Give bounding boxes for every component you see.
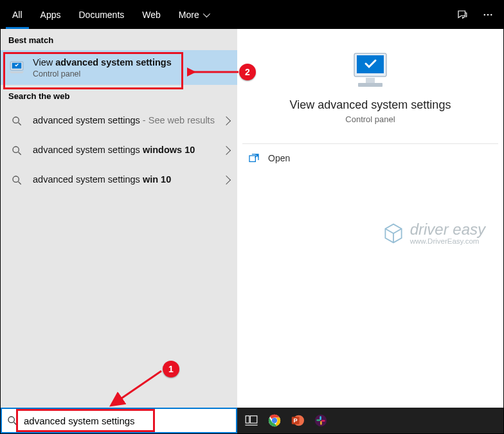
more-options-icon[interactable]	[475, 2, 501, 28]
svg-rect-13	[366, 78, 375, 83]
svg-line-10	[19, 181, 21, 184]
section-search-web: Search the web	[1, 85, 237, 106]
web-text-bold: win 10	[143, 174, 171, 185]
web-text-pre: advanced system settings	[33, 174, 143, 185]
preview-title: View advanced system settings	[242, 98, 498, 112]
web-text-pre: advanced system settings	[33, 145, 143, 155]
tab-label: All	[12, 10, 22, 20]
watermark-title: driver easy	[410, 222, 485, 237]
web-text-pre: advanced system settings	[33, 115, 140, 125]
svg-rect-30	[320, 416, 321, 420]
svg-rect-32	[320, 421, 322, 425]
search-icon	[8, 172, 25, 188]
tab-label: More	[179, 10, 199, 20]
svg-point-9	[13, 176, 19, 182]
topbar-right	[449, 2, 501, 28]
svg-line-8	[19, 152, 21, 154]
bottom-bar: P	[1, 408, 503, 433]
chevron-right-icon	[222, 145, 231, 154]
best-match-result[interactable]: View advanced system settings Control pa…	[1, 50, 237, 85]
svg-point-2	[491, 14, 492, 15]
tab-web[interactable]: Web	[133, 1, 170, 29]
web-text-bold: windows 10	[143, 145, 195, 155]
svg-rect-33	[321, 420, 325, 422]
top-tab-bar: All Apps Documents Web More	[1, 1, 503, 29]
tab-documents[interactable]: Documents	[69, 1, 133, 29]
preview-subtitle: Control panel	[242, 114, 498, 124]
result-title-pre: View	[33, 57, 55, 68]
slack-icon[interactable]	[313, 413, 328, 428]
preview-header: View advanced system settings Control pa…	[242, 34, 498, 124]
chevron-right-icon	[222, 175, 231, 184]
search-box[interactable]	[1, 408, 237, 433]
svg-rect-15	[249, 156, 255, 161]
monitor-icon	[346, 52, 394, 91]
preview-pane: View advanced system settings Control pa…	[237, 29, 503, 408]
tab-label: Documents	[78, 10, 124, 20]
result-subtitle: Control panel	[33, 69, 230, 78]
chrome-icon[interactable]	[267, 413, 282, 428]
svg-rect-31	[316, 419, 320, 421]
svg-rect-21	[250, 416, 256, 423]
watermark-url: www.DriverEasy.com	[410, 237, 485, 245]
svg-point-18	[8, 417, 14, 422]
results-pane: Best match View advanced system settings…	[1, 29, 237, 408]
web-result[interactable]: advanced system settings - See web resul…	[1, 106, 237, 136]
search-icon	[8, 113, 25, 129]
svg-line-6	[19, 122, 21, 125]
chevron-down-icon	[203, 10, 210, 17]
search-input[interactable]	[24, 415, 231, 426]
result-title-bold: advanced system settings	[55, 57, 172, 68]
web-result[interactable]: advanced system settings windows 10	[1, 136, 237, 165]
tabs-container: All Apps Documents Web More	[3, 1, 217, 29]
open-icon	[249, 154, 259, 163]
open-action[interactable]: Open	[242, 144, 498, 172]
svg-point-1	[487, 14, 489, 15]
svg-point-7	[13, 147, 19, 152]
chevron-right-icon	[222, 116, 231, 125]
task-view-icon[interactable]	[244, 413, 259, 428]
tab-all[interactable]: All	[3, 1, 32, 29]
svg-point-5	[13, 117, 19, 123]
tab-more[interactable]: More	[170, 1, 217, 29]
laptop-icon	[8, 59, 25, 76]
tab-label: Apps	[40, 10, 61, 20]
feedback-icon[interactable]	[449, 2, 475, 28]
result-text: View advanced system settings Control pa…	[33, 57, 230, 78]
watermark: driver easy www.DriverEasy.com	[382, 222, 485, 245]
svg-line-19	[14, 422, 17, 425]
web-text-suffix: - See web results	[140, 115, 215, 125]
section-best-match: Best match	[1, 29, 237, 50]
watermark-cube-icon	[382, 222, 405, 245]
open-label: Open	[268, 153, 290, 163]
svg-rect-14	[358, 83, 382, 87]
search-icon	[7, 415, 17, 426]
taskbar: P	[237, 408, 503, 433]
tab-label: Web	[142, 10, 161, 20]
svg-point-0	[484, 14, 485, 15]
powerpoint-icon[interactable]: P	[290, 413, 305, 428]
svg-rect-20	[246, 416, 249, 423]
svg-text:P: P	[294, 417, 298, 424]
search-icon	[8, 142, 25, 159]
tab-apps[interactable]: Apps	[32, 1, 70, 29]
main-area: Best match View advanced system settings…	[1, 29, 503, 408]
web-result[interactable]: advanced system settings win 10	[1, 165, 237, 195]
